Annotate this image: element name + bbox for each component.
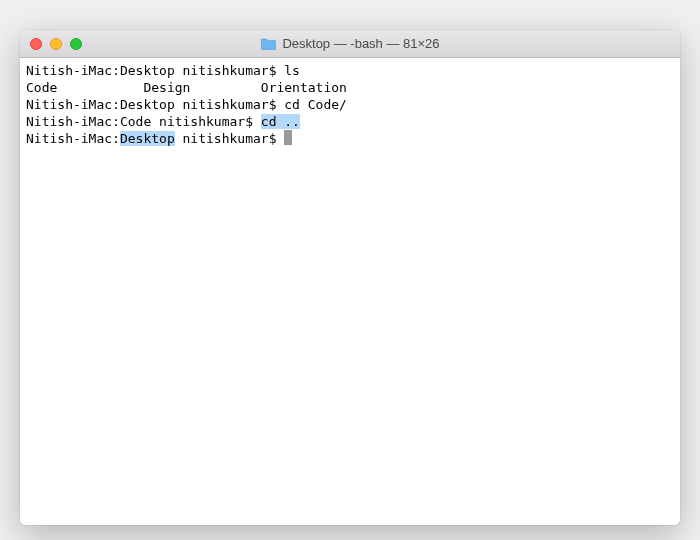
prompt: Nitish-iMac:Desktop nitishkumar$ xyxy=(26,63,284,78)
minimize-button[interactable] xyxy=(50,38,62,50)
prompt: Nitish-iMac:Code nitishkumar$ xyxy=(26,114,261,129)
maximize-button[interactable] xyxy=(70,38,82,50)
folder-icon xyxy=(260,38,276,50)
command-text: ls xyxy=(284,63,300,78)
close-button[interactable] xyxy=(30,38,42,50)
titlebar-title-group: Desktop — -bash — 81×26 xyxy=(260,36,439,51)
prompt-suffix: nitishkumar$ xyxy=(175,131,285,146)
highlighted-command: cd .. xyxy=(261,114,300,129)
window-title: Desktop — -bash — 81×26 xyxy=(282,36,439,51)
terminal-output: Code Design Orientation xyxy=(26,79,674,96)
terminal-body[interactable]: Nitish-iMac:Desktop nitishkumar$ lsCode … xyxy=(20,58,680,525)
prompt: Nitish-iMac:Desktop nitishkumar$ xyxy=(26,97,284,112)
traffic-lights xyxy=(30,38,82,50)
titlebar[interactable]: Desktop — -bash — 81×26 xyxy=(20,30,680,58)
terminal-line: Nitish-iMac:Desktop nitishkumar$ xyxy=(26,130,674,147)
terminal-line: Nitish-iMac:Code nitishkumar$ cd .. xyxy=(26,113,674,130)
highlighted-dir: Desktop xyxy=(120,131,175,146)
cursor xyxy=(284,130,292,145)
terminal-window: Desktop — -bash — 81×26 Nitish-iMac:Desk… xyxy=(20,30,680,525)
terminal-line: Nitish-iMac:Desktop nitishkumar$ ls xyxy=(26,62,674,79)
command-text: cd Code/ xyxy=(284,97,347,112)
prompt-prefix: Nitish-iMac: xyxy=(26,131,120,146)
terminal-line: Nitish-iMac:Desktop nitishkumar$ cd Code… xyxy=(26,96,674,113)
